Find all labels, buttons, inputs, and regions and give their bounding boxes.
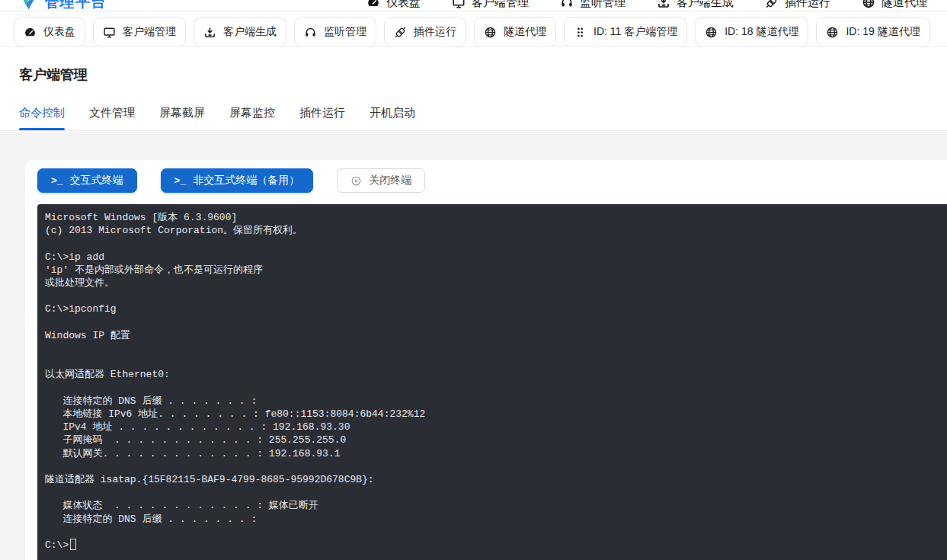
globe-icon [705, 26, 718, 39]
top-nav-item-label: 客户端生成 [677, 0, 734, 10]
plugin-icon [765, 0, 779, 9]
session-tab[interactable]: ID: 18 隧道代理 [695, 17, 808, 47]
plugin-icon [394, 26, 407, 39]
module-tabs: 命令控制文件管理屏幕截屏屏幕监控插件运行开机启动 [19, 106, 415, 130]
session-tab[interactable]: 仪表盘 [14, 17, 85, 47]
terminal-line: 或批处理文件。 [45, 277, 947, 290]
module-tab[interactable]: 文件管理 [89, 106, 135, 130]
toolbar-button[interactable]: 关闭终端 [337, 168, 425, 193]
top-nav-item[interactable]: 客户端管理 [452, 0, 529, 10]
session-tab[interactable]: 插件运行 [384, 17, 466, 47]
session-tab[interactable]: ID: 11 客户端管理 [564, 17, 687, 47]
terminal-card: >_交互式终端>_非交互式终端（备用）关闭终端 Microsoft Window… [25, 160, 947, 560]
top-nav-item[interactable]: 客户端生成 [657, 0, 734, 10]
terminal-cursor [70, 539, 76, 550]
session-tab[interactable]: ID: 19 隧道代理 [816, 17, 929, 47]
terminal-line [45, 486, 947, 499]
terminal-line: 'ip' 不是内部或外部命令，也不是可运行的程序 [45, 264, 947, 277]
top-navbar: 管理平台 仪表盘客户端管理监听管理客户端生成插件运行隧道代理 [0, 0, 947, 11]
session-tab-label: 监听管理 [324, 25, 366, 39]
session-tab-label: 客户端生成 [223, 25, 277, 39]
toolbar-button-label: 非交互式终端（备用） [193, 174, 299, 187]
top-nav-item[interactable]: 仪表盘 [366, 0, 421, 10]
session-tab-label: 隧道代理 [504, 25, 546, 39]
session-tab-label: 客户端管理 [123, 25, 176, 39]
dashboard-icon [366, 0, 380, 9]
globe-icon [862, 0, 875, 9]
top-nav-item[interactable]: 隧道代理 [862, 0, 927, 10]
session-tab-label: ID: 19 隧道代理 [846, 25, 920, 39]
terminal-line: 隧道适配器 isatap.{15F82115-BAF9-4799-8685-95… [45, 473, 947, 486]
dashboard-icon [24, 26, 37, 39]
terminal-line: C:\> [45, 539, 947, 552]
close-circle-icon [350, 175, 362, 187]
download-icon [203, 26, 216, 39]
globe-icon [826, 26, 839, 39]
page-header: 客户端管理 命令控制文件管理屏幕截屏屏幕监控插件运行开机启动 [0, 48, 947, 131]
download-icon [657, 0, 670, 9]
top-nav-item-label: 客户端管理 [472, 0, 529, 10]
monitor-icon [452, 0, 466, 9]
terminal-line: IPv4 地址 . . . . . . . . . . . . : 192.16… [45, 421, 947, 434]
terminal-prompt-icon: >_ [51, 175, 63, 187]
grid-icon [574, 26, 587, 39]
terminal-line [45, 290, 947, 302]
toolbar-button[interactable]: >_非交互式终端（备用） [161, 168, 314, 193]
module-tab[interactable]: 插件运行 [299, 106, 345, 130]
terminal-line: 本地链接 IPv6 地址. . . . . . . . : fe80::1153… [45, 408, 947, 421]
browser-tab-strip: 仪表盘客户端管理客户端生成监听管理插件运行隧道代理ID: 11 客户端管理ID:… [0, 11, 947, 47]
top-nav-items: 仪表盘客户端管理监听管理客户端生成插件运行隧道代理 [366, 0, 927, 10]
headphones-icon [560, 0, 574, 9]
module-tab[interactable]: 开机启动 [370, 106, 415, 130]
top-nav-item-label: 插件运行 [785, 0, 830, 10]
session-tab-label: ID: 11 客户端管理 [593, 25, 677, 39]
terminal-line: 媒体状态 . . . . . . . . . . . . : 媒体已断开 [45, 499, 947, 512]
terminal-output[interactable]: Microsoft Windows [版本 6.3.9600](c) 2013 … [37, 204, 947, 560]
toolbar-button[interactable]: >_交互式终端 [37, 168, 137, 193]
terminal-line [45, 237, 947, 250]
module-tab[interactable]: 屏幕监控 [229, 106, 275, 130]
top-nav-item-label: 仪表盘 [386, 0, 421, 10]
session-tab-label: 仪表盘 [43, 25, 75, 39]
session-tab[interactable]: 隧道代理 [474, 17, 556, 47]
globe-icon [484, 26, 497, 39]
page-title: 客户端管理 [0, 48, 947, 84]
module-tab[interactable]: 屏幕截屏 [159, 106, 205, 130]
monitor-icon [103, 26, 116, 39]
terminal-line [45, 342, 947, 355]
terminal-line: 默认网关. . . . . . . . . . . . . : 192.168.… [45, 447, 947, 460]
terminal-line: Windows IP 配置 [45, 329, 947, 342]
app-logo-icon [20, 0, 37, 11]
terminal-line: 子网掩码 . . . . . . . . . . . . : 255.255.2… [45, 434, 947, 446]
brand[interactable]: 管理平台 [20, 0, 107, 11]
session-tab-label: 插件运行 [414, 25, 456, 39]
session-tab[interactable]: 客户端管理 [93, 17, 186, 47]
terminal-toolbar: >_交互式终端>_非交互式终端（备用）关闭终端 [37, 168, 947, 193]
session-tab[interactable]: 监听管理 [294, 17, 376, 47]
terminal-line: (c) 2013 Microsoft Corporation。保留所有权利。 [45, 224, 947, 237]
terminal-line: Microsoft Windows [版本 6.3.9600] [45, 211, 947, 224]
top-nav-item[interactable]: 监听管理 [560, 0, 625, 10]
terminal-line: 连接特定的 DNS 后缀 . . . . . . . : [45, 395, 947, 408]
terminal-line [45, 382, 947, 395]
toolbar-button-label: 关闭终端 [369, 174, 411, 187]
toolbar-button-label: 交互式终端 [70, 174, 123, 187]
content-area: >_交互式终端>_非交互式终端（备用）关闭终端 Microsoft Window… [0, 132, 947, 560]
terminal-line [45, 355, 947, 368]
terminal-line: 连接特定的 DNS 后缀 . . . . . . . : [45, 513, 947, 526]
session-tab-label: ID: 18 隧道代理 [725, 25, 798, 39]
terminal-prompt-icon: >_ [174, 175, 187, 187]
top-nav-item-label: 监听管理 [580, 0, 625, 10]
terminal-line [45, 460, 947, 473]
module-tab[interactable]: 命令控制 [19, 106, 65, 130]
session-tab[interactable]: 客户端生成 [194, 17, 286, 47]
terminal-line [45, 316, 947, 329]
terminal-line: C:\>ip add [45, 251, 947, 264]
app-title: 管理平台 [44, 0, 107, 11]
terminal-line [45, 526, 947, 539]
terminal-line: 以太网适配器 Ethernet0: [45, 368, 947, 381]
top-nav-item-label: 隧道代理 [881, 0, 927, 10]
terminal-line: C:\>ipconfig [45, 302, 947, 315]
top-nav-item[interactable]: 插件运行 [765, 0, 830, 10]
headphones-icon [304, 26, 317, 39]
